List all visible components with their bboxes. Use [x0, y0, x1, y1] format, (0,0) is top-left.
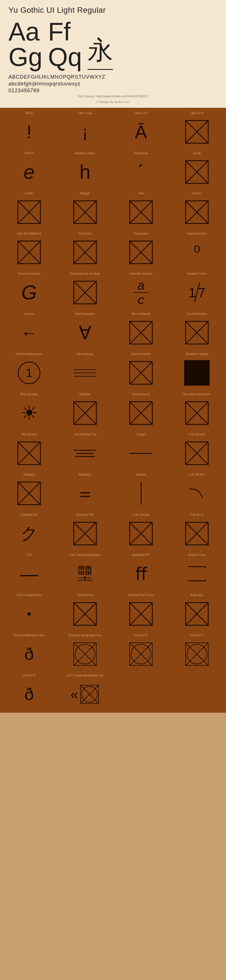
- cell-content-diacriticals: ´: [115, 156, 167, 188]
- crossed-box-bengali: [72, 199, 98, 225]
- cell-label-cjkcompatideosup: CJK Compat Ideographic Sup: [66, 674, 104, 677]
- ornate-crossed-1: [72, 641, 98, 667]
- cell-content-empty2: [171, 674, 223, 710]
- cell-arrows: Arrows ←: [2, 310, 57, 350]
- cell-label-controlpic: Control Pictures: [187, 312, 207, 316]
- credit: © Design by fontke.com: [8, 100, 218, 103]
- cell-label-latinextadd: Latin Ext Additional: [17, 232, 41, 235]
- crossed-box-smallforms: [72, 601, 98, 627]
- cell-label-cjkradicalssup: CJK Radicals Sup: [74, 433, 96, 436]
- line-r2: [77, 453, 93, 454]
- cell-cjkexta: CJK Ext A: [169, 511, 224, 550]
- cell-enclosedcjk: Enclosed CJK: [57, 511, 113, 550]
- cell-label-arrows: Arrows: [25, 312, 33, 316]
- cell-alphabeticff: Alphabetic FF ﬀ: [113, 551, 169, 591]
- cell-content-ascii: !: [3, 116, 55, 147]
- alphabet-upper: ABCDEFGHIJKLMNOPQRSTUVWXYZ: [8, 74, 218, 80]
- char-diacriticals: ´: [137, 162, 144, 182]
- cell-content-katakanaext: ク: [3, 518, 55, 549]
- cell-content-misctech: [115, 317, 167, 348]
- cell-content-kanasup: [171, 598, 223, 630]
- cell-label-hiragana: Hiragana: [24, 473, 35, 476]
- cell-cjk: CJK —: [2, 551, 57, 591]
- cell-label-halffullfoms: Half And Full Forms: [128, 593, 153, 597]
- cell-content-latinextb: [171, 116, 223, 147]
- crossed-box-latinextb: [184, 119, 210, 145]
- cell-label-blockelems: Block Elements: [131, 353, 151, 356]
- cell-label-enclosedalpha: Enclosed Alphanums: [16, 353, 42, 356]
- crossed-box-latinextadd: [16, 240, 42, 265]
- char-kanji-complex: 壨: [77, 563, 93, 584]
- char-arrow: ←: [21, 323, 38, 343]
- cell-label-greek: Greek: [193, 152, 201, 155]
- cell-label-katakanaext: Katakana Ext: [21, 513, 37, 517]
- cell-content-modletters: h: [59, 156, 111, 188]
- cell-empty2: [169, 671, 224, 711]
- line-3: [74, 376, 96, 377]
- crossed-box-cjksymbols: [184, 441, 210, 466]
- ornate-crossed-sup: [80, 684, 100, 704]
- cell-label-miscmathb: Misc Math Symbols B: [183, 393, 210, 396]
- cell-cjkcompatforms: CJK Compat Forms: [2, 591, 57, 631]
- frac-1: 1: [188, 285, 196, 301]
- cell-label-cyrillic: Cyrillic: [25, 192, 33, 195]
- line-r1: [74, 450, 96, 451]
- cell-kanbun: Kanbun: [113, 471, 169, 511]
- crossed-box-controlpic: [184, 320, 210, 345]
- cell-label-kanasup: Kana Sup: [191, 593, 203, 597]
- crossed-box-misctech: [128, 320, 154, 345]
- char-ku: ク: [21, 522, 38, 545]
- cell-label-miscarrows: Misc Arrows: [22, 433, 37, 436]
- cell-content-latinextadd: [3, 237, 55, 268]
- cell-content-ipaext: e: [3, 156, 55, 188]
- cell-content-cjkextd: ð: [3, 679, 55, 710]
- cell-label-enclosedideosup: Enclosed Ideographic Sup: [69, 634, 102, 637]
- crossed-box-cjkexta: [184, 521, 210, 546]
- cell-label-latinextb: Latin Ext B: [190, 111, 204, 115]
- cell-label-kanbun: Kanbun: [136, 473, 146, 476]
- three-lines: [74, 450, 96, 457]
- cell-label-cjkextb: CJK Ext B: [134, 634, 147, 637]
- crossed-box-greek: [184, 159, 210, 185]
- cell-blockelems: Block Elements: [113, 350, 169, 390]
- cell-content-greek: [171, 156, 223, 188]
- cell-label-latin1sup: Latin 1 Sup: [78, 111, 92, 115]
- cell-label-bengali: Bengali: [80, 192, 90, 195]
- crossed-box-halffullfoms: [128, 601, 154, 627]
- cell-label-greekext: Greek Ext: [79, 232, 91, 235]
- char-ascii: !: [27, 123, 32, 141]
- cell-label-verticalforms: Vertical Forms: [188, 554, 206, 557]
- cell-halffullfoms: Half And Full Forms: [113, 591, 169, 631]
- cell-content-punctuation: [115, 237, 167, 268]
- cell-enclosedideosup: Enclosed Ideographic Sup: [57, 632, 113, 671]
- cell-cyrillic: Cyrillic: [2, 189, 57, 229]
- cell-verticalforms: Vertical Forms: [169, 551, 224, 591]
- cell-content-cjkstrokes: [171, 478, 223, 509]
- cell-ipaext: IPA Ext e: [2, 150, 57, 189]
- cell-ascii: ASCII !: [2, 109, 57, 149]
- char-ff: ﬀ: [135, 564, 147, 584]
- cell-content-arrows: ←: [3, 317, 55, 348]
- cell-label-thai: Thai: [138, 192, 144, 195]
- cell-label-katakana: Katakana: [79, 473, 91, 476]
- line-1: [74, 369, 96, 370]
- char-superandsub: ⁰: [193, 244, 200, 261]
- cell-content-letterlike: a c: [115, 277, 167, 308]
- char-eth2: ð: [24, 686, 34, 703]
- dot-char: [27, 612, 31, 616]
- vertical-bracket: [186, 565, 208, 582]
- cell-label-diacriticals: Diacriticals: [134, 152, 148, 155]
- cell-label-ipaext: IPA Ext: [25, 152, 34, 155]
- cell-content-superandsub: ⁰: [171, 237, 223, 268]
- cell-content-enclosedalpha: 1: [3, 357, 55, 388]
- cell-latinexta: Latin Ext A Ā: [113, 109, 169, 149]
- char-latin1sup: ¡: [82, 123, 88, 140]
- cell-label-cjkcompat: CJK Compat: [133, 513, 149, 517]
- char-grid: ASCII ! Latin 1 Sup ¡ Latin Ext A Ā Lati…: [2, 109, 224, 711]
- font-title: Yu Gothic UI Light Regular: [8, 6, 218, 15]
- cell-content-mathops: ∀: [59, 317, 111, 348]
- cell-label-cjkexta: CJK Ext A: [190, 513, 203, 517]
- digits: 0123456789: [8, 88, 218, 94]
- cell-content-alphabeticff: ﬀ: [115, 558, 167, 589]
- frac-7: 7: [198, 285, 205, 301]
